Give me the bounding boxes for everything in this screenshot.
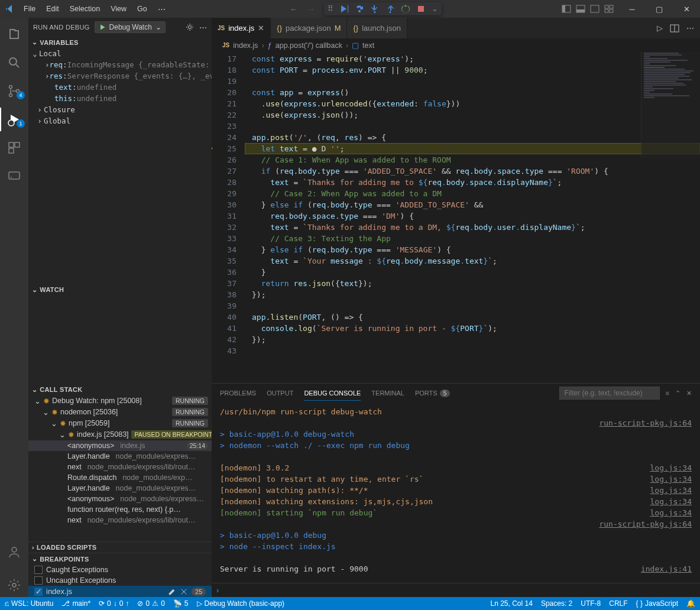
checkbox-icon[interactable] bbox=[34, 566, 43, 574]
tab-problems[interactable]: PROBLEMS bbox=[220, 386, 256, 400]
stop-icon[interactable] bbox=[416, 4, 426, 14]
stack-frame[interactable]: nextnode_modules/express/lib/rout… bbox=[28, 515, 212, 525]
stack-frame[interactable]: Layer.handlenode_modules/expres… bbox=[28, 451, 212, 462]
menu-file[interactable]: File bbox=[19, 2, 40, 16]
bp-uncaught[interactable]: Uncaught Exceptions bbox=[28, 575, 212, 586]
callstack-header[interactable]: ⌄CALL STACK bbox=[28, 384, 212, 395]
cs-nodemon[interactable]: ⌄✸nodemon [25036]RUNNING bbox=[28, 407, 212, 418]
console-input[interactable]: › bbox=[212, 583, 700, 597]
menu-view[interactable]: View bbox=[106, 2, 131, 16]
drag-handle-icon[interactable]: ⠿ bbox=[328, 4, 333, 14]
clear-icon[interactable]: ⌃ bbox=[675, 390, 680, 397]
filter-icon[interactable]: ≡ bbox=[666, 390, 669, 397]
var-req[interactable]: ›req: IncomingMessage {_readableState: … bbox=[28, 59, 212, 70]
editor-tab[interactable]: JSindex.js✕ bbox=[212, 18, 271, 38]
sb-debug[interactable]: ▷Debug Watch (basic-app) bbox=[197, 599, 285, 608]
tab-output[interactable]: OUTPUT bbox=[267, 386, 293, 400]
bp-caught[interactable]: Caught Exceptions bbox=[28, 564, 212, 575]
minimize-button[interactable]: ─ bbox=[618, 0, 646, 18]
stack-frame[interactable]: Route.dispatchnode_modules/exp… bbox=[28, 472, 212, 483]
stack-frame[interactable]: <anonymous>index.js25:14 bbox=[28, 440, 212, 451]
stack-frame[interactable]: Layer.handlenode_modules/expres… bbox=[28, 483, 212, 494]
panel-right-icon[interactable] bbox=[590, 4, 599, 14]
sb-ports[interactable]: 📡5 bbox=[173, 599, 189, 608]
more-icon[interactable]: ⋯ bbox=[199, 23, 207, 32]
watch-header[interactable]: ⌄WATCH bbox=[28, 284, 212, 296]
account-icon[interactable] bbox=[0, 540, 28, 564]
minimap[interactable] bbox=[641, 52, 700, 158]
menu-go[interactable]: Go bbox=[132, 2, 152, 16]
sb-eol[interactable]: CRLF bbox=[609, 599, 627, 608]
debug-config-select[interactable]: Debug Watch ⌄ bbox=[95, 21, 166, 33]
panel-bottom-icon[interactable] bbox=[576, 4, 585, 14]
remove-icon[interactable] bbox=[180, 588, 188, 596]
scope-local[interactable]: ⌄Local bbox=[28, 48, 212, 59]
editor-body[interactable]: 1718192021222324252627282930313233343536… bbox=[212, 52, 700, 383]
console-filter-input[interactable] bbox=[559, 387, 660, 400]
close-panel-icon[interactable]: ✕ bbox=[686, 390, 692, 397]
settings-icon[interactable] bbox=[0, 573, 28, 597]
sb-lang[interactable]: { }JavaScript bbox=[636, 599, 678, 608]
sb-problems[interactable]: ⊘0 ⚠0 bbox=[137, 599, 164, 608]
tab-ports[interactable]: PORTS5 bbox=[415, 386, 450, 400]
menu-edit[interactable]: Edit bbox=[41, 2, 64, 16]
menu-selection[interactable]: Selection bbox=[65, 2, 105, 16]
sb-bell-icon[interactable]: 🔔 bbox=[686, 599, 695, 608]
more-icon[interactable]: ⋯ bbox=[686, 24, 694, 33]
run-icon[interactable]: ▷ bbox=[657, 24, 663, 33]
scope-closure[interactable]: ›Closure bbox=[28, 104, 212, 115]
checkbox-icon[interactable]: ✓ bbox=[34, 588, 43, 596]
sb-spaces[interactable]: Spaces: 2 bbox=[541, 599, 572, 608]
tab-terminal[interactable]: TERMINAL bbox=[371, 386, 404, 400]
debug-console-body[interactable]: /usr/bin/npm run-script debug-watchrun-s… bbox=[212, 403, 700, 583]
cs-session[interactable]: ⌄✸Debug Watch: npm [25008]RUNNING bbox=[28, 395, 212, 407]
checkbox-icon[interactable] bbox=[34, 576, 43, 585]
sb-encoding[interactable]: UTF-8 bbox=[581, 599, 601, 608]
tab-debug-console[interactable]: DEBUG CONSOLE bbox=[304, 386, 361, 401]
code-view[interactable]: const express = require('express');const… bbox=[245, 52, 700, 383]
editor-tab[interactable]: {}launch.json bbox=[347, 18, 407, 38]
maximize-button[interactable]: ▢ bbox=[646, 0, 673, 18]
panel-left-icon[interactable] bbox=[562, 4, 571, 14]
remote-icon[interactable] bbox=[0, 164, 28, 188]
sb-sync[interactable]: ⟳0↓ 0↑ bbox=[99, 599, 129, 608]
breadcrumbs[interactable]: JS index.js› ƒapp.post('/') callback› ▢t… bbox=[212, 38, 700, 52]
split-icon[interactable] bbox=[670, 24, 679, 33]
sb-branch[interactable]: ⎇main* bbox=[61, 599, 90, 608]
cs-index[interactable]: ⌄✸index.js [25083]PAUSED ON BREAKPOINT bbox=[28, 429, 212, 440]
continue-icon[interactable] bbox=[339, 4, 349, 14]
search-icon[interactable] bbox=[0, 51, 28, 74]
run-debug-icon[interactable]: 1 bbox=[0, 108, 28, 131]
var-this[interactable]: this: undefined bbox=[28, 93, 212, 104]
sb-position[interactable]: Ln 25, Col 14 bbox=[491, 599, 533, 608]
scope-global[interactable]: ›Global bbox=[28, 115, 212, 126]
menu-more[interactable]: ⋯ bbox=[153, 2, 170, 16]
explorer-icon[interactable] bbox=[0, 22, 28, 46]
step-over-icon[interactable] bbox=[355, 4, 364, 14]
var-text[interactable]: text: undefined bbox=[28, 82, 212, 93]
variables-header[interactable]: ⌄VARIABLES bbox=[28, 37, 212, 48]
editor-tab[interactable]: {}package.jsonM bbox=[271, 18, 347, 38]
close-button[interactable]: ✕ bbox=[673, 0, 700, 18]
restart-icon[interactable] bbox=[401, 4, 410, 14]
cs-npm[interactable]: ⌄✸npm [25059]RUNNING bbox=[28, 418, 212, 429]
var-res[interactable]: ›res: ServerResponse {_events: {…}, _ev… bbox=[28, 70, 212, 82]
loaded-scripts-header[interactable]: ›LOADED SCRIPTS bbox=[28, 541, 212, 553]
step-into-icon[interactable] bbox=[370, 4, 380, 14]
nav-back-icon[interactable]: ← bbox=[290, 5, 297, 14]
layout-icon[interactable] bbox=[604, 4, 614, 14]
source-control-icon[interactable]: 4 bbox=[0, 79, 28, 103]
debug-dropdown-icon[interactable]: ⌄ bbox=[432, 4, 438, 14]
stack-frame[interactable]: function router(req, res, next) {.p… bbox=[28, 504, 212, 515]
breakpoints-header[interactable]: ⌄BREAKPOINTS bbox=[28, 553, 212, 564]
stack-frame[interactable]: <anonymous>node_modules/express… bbox=[28, 494, 212, 504]
step-out-icon[interactable] bbox=[385, 4, 395, 14]
edit-icon[interactable] bbox=[168, 588, 176, 596]
nav-fwd-icon[interactable]: → bbox=[307, 5, 315, 14]
close-icon[interactable]: ✕ bbox=[258, 24, 264, 33]
sb-remote[interactable]: ⎌WSL: Ubuntu bbox=[5, 599, 53, 608]
bp-file[interactable]: ✓ index.js 25 bbox=[28, 586, 212, 597]
gear-icon[interactable] bbox=[185, 22, 195, 32]
extensions-icon[interactable] bbox=[0, 136, 28, 160]
stack-frame[interactable]: nextnode_modules/express/lib/rout… bbox=[28, 462, 212, 472]
